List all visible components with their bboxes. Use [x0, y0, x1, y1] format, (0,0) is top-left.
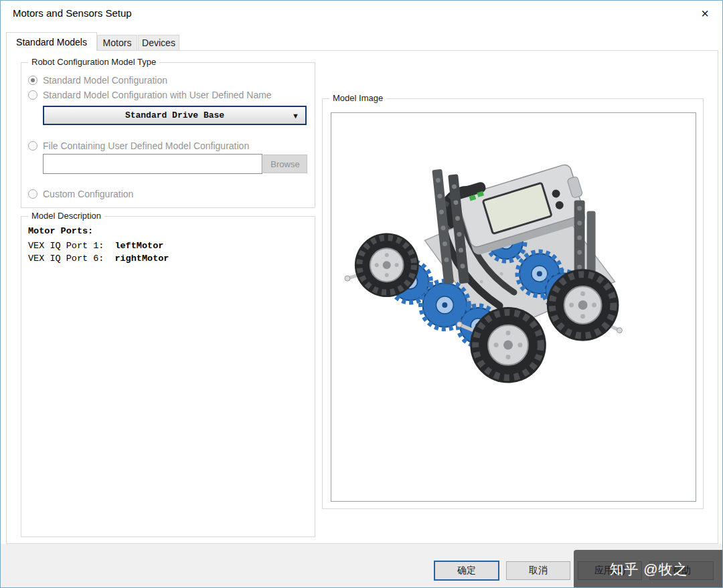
zhihu-watermark: 知乎 @牧之 — [574, 550, 723, 588]
motor-port-row: VEX IQ Port 1:leftMotor — [28, 239, 169, 252]
port-label: VEX IQ Port 1: — [28, 241, 104, 251]
motor-name: rightMotor — [114, 254, 169, 264]
group-robot-configuration-model-type: Robot Configuration Model Type Standard … — [21, 62, 315, 208]
motor-name: leftMotor — [114, 241, 163, 251]
motor-ports-heading: Motor Ports: — [28, 226, 169, 236]
titlebar: Motors and Sensors Setup × — [1, 1, 722, 27]
wheel-front — [470, 307, 546, 383]
radio-label: Standard Model Configuration with User D… — [43, 90, 272, 100]
tab-devices[interactable]: Devices — [138, 35, 179, 51]
chevron-down-icon: ▼ — [292, 112, 299, 120]
group-title: Robot Configuration Model Type — [28, 57, 159, 67]
radio-button-standard-model[interactable] — [28, 76, 37, 85]
port-label: VEX IQ Port 6: — [28, 254, 104, 264]
tab-standard-models[interactable]: Standard Models — [6, 32, 97, 51]
window-title: Motors and Sensors Setup — [13, 7, 132, 19]
wheel-left — [355, 233, 419, 297]
radio-button-user-defined-name[interactable] — [28, 90, 37, 100]
browse-button[interactable]: Browse — [263, 155, 307, 173]
standard-model-dropdown[interactable]: Standard Drive Base ▼ — [43, 106, 307, 125]
group-model-image: Model Image — [322, 98, 704, 509]
motor-port-row: VEX IQ Port 6:rightMotor — [28, 252, 169, 265]
group-title: Model Description — [28, 211, 104, 221]
radio-label: Standard Model Configuration — [43, 75, 167, 86]
radio-label: Custom Configuration — [43, 189, 133, 199]
file-path-input[interactable] — [43, 154, 262, 174]
watermark-text: 知乎 @牧之 — [609, 560, 688, 579]
radio-row-custom-configuration[interactable]: Custom Configuration — [28, 189, 133, 199]
close-icon[interactable]: × — [697, 5, 713, 21]
radio-row-standard-model[interactable]: Standard Model Configuration — [28, 75, 167, 86]
wheel-right — [547, 269, 619, 341]
cancel-button[interactable]: 取消 — [506, 561, 570, 580]
ok-button[interactable]: 确定 — [434, 561, 499, 581]
group-title: Model Image — [329, 93, 386, 103]
model-description-text: Motor Ports: VEX IQ Port 1:leftMotor VEX… — [28, 226, 169, 265]
tab-motors[interactable]: Motors — [97, 35, 137, 51]
dropdown-value: Standard Drive Base — [125, 110, 224, 120]
robot-model-image — [331, 113, 696, 501]
model-image-frame — [331, 112, 696, 502]
group-model-description: Model Description Motor Ports: VEX IQ Po… — [21, 216, 315, 537]
radio-row-user-defined-name[interactable]: Standard Model Configuration with User D… — [28, 90, 272, 100]
radio-row-file-configuration[interactable]: File Containing User Defined Model Confi… — [28, 140, 249, 151]
dialog-motors-sensors-setup: Motors and Sensors Setup × Standard Mode… — [0, 0, 723, 588]
radio-button-file-configuration[interactable] — [28, 141, 37, 151]
radio-label: File Containing User Defined Model Confi… — [43, 140, 249, 151]
radio-button-custom-configuration[interactable] — [28, 189, 37, 199]
